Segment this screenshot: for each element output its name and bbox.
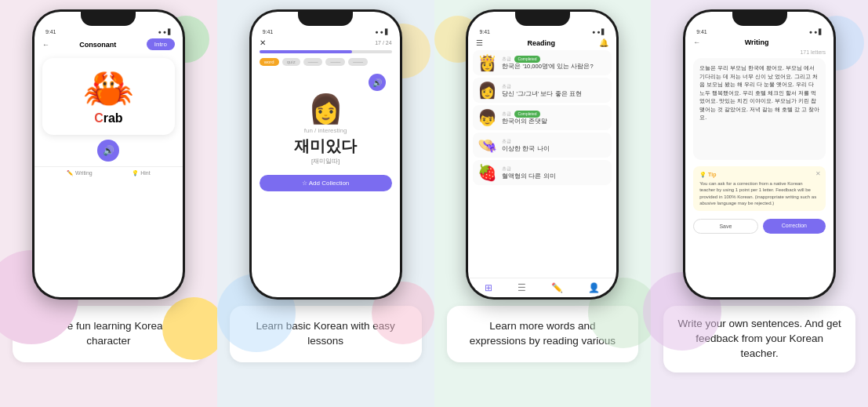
- tip-close-button[interactable]: ✕: [815, 169, 821, 178]
- correction-button[interactable]: Correction: [763, 219, 826, 234]
- item-2-text: 당신 '그/그녀' 보다 좋은 표현: [502, 90, 608, 98]
- list-item[interactable]: 👩 초급 당신 '그/그녀' 보다 좋은 표현: [473, 78, 612, 103]
- phone-2-close-button[interactable]: ✕: [260, 38, 266, 47]
- phone-2-status-bar: 9:41 ● ● ▋: [252, 26, 400, 37]
- phone-3: 9:41 ● ● ▋ ☰ Reading 🔔 👸 초급Completed 한국은…: [466, 9, 619, 300]
- item-2-avatar: 👩: [476, 81, 498, 100]
- item-3-text: 한국어의 존댓말: [502, 118, 608, 125]
- crab-c-letter: C: [94, 111, 104, 125]
- phone-2-character-area: 🔊 👩 fun / interesting 재미있다 [재미일따]: [252, 71, 400, 169]
- phone-1-notch: [81, 12, 136, 26]
- phone-3-status-bar: 9:41 ● ● ▋: [468, 26, 616, 37]
- phone-4-title: Writing: [745, 38, 769, 46]
- item-5-content: 초급 혈액형의 다른 의미: [502, 165, 608, 180]
- phone-2-pronunciation: [재미일따]: [311, 157, 340, 165]
- phone-4-tip-box: 💡 Tip ✕ You can ask for a correction fro…: [693, 166, 826, 211]
- phone-3-title: Reading: [528, 39, 556, 47]
- writing-tab[interactable]: ✏️ Writing: [67, 170, 93, 176]
- item-1-avatar: 👸: [476, 53, 498, 72]
- phone-2-progress-fill: [260, 50, 352, 53]
- phone-2-avatar: 👩: [308, 93, 343, 125]
- phone-2-audio-button[interactable]: 🔊: [369, 74, 386, 91]
- item-4-meta: 초급: [502, 138, 608, 145]
- item-1-meta: 초급Completed: [502, 56, 608, 63]
- phone-1-intro-button[interactable]: Intro: [147, 38, 175, 50]
- tab-quiz[interactable]: quiz: [282, 58, 300, 66]
- item-3-avatar: 👦: [476, 108, 498, 127]
- phone-4: 9:41 ● ● ▋ ← Writing 171 letters 오늘은 우리 …: [683, 9, 836, 300]
- nav-person-icon[interactable]: 👤: [588, 282, 600, 293]
- item-1-badge: Completed: [514, 56, 539, 63]
- tab-4[interactable]: ───: [325, 58, 345, 66]
- tab-5[interactable]: ───: [348, 58, 368, 66]
- phone-2-notch: [298, 12, 353, 26]
- nav-pencil-icon[interactable]: ✏️: [551, 282, 563, 293]
- phone-1-back-button[interactable]: ←: [42, 41, 49, 49]
- tab-word[interactable]: word: [260, 58, 279, 66]
- nav-home-icon[interactable]: ⊞: [485, 282, 492, 293]
- list-item[interactable]: 🍓 초급 혈액형의 다른 의미: [473, 160, 612, 185]
- phone-4-status-bar: 9:41 ● ● ▋: [685, 26, 833, 37]
- phone-2-counter: 17 / 24: [375, 40, 391, 45]
- phone-2-header: ✕ 17 / 24: [252, 37, 400, 50]
- item-2-content: 초급 당신 '그/그녀' 보다 좋은 표현: [502, 83, 608, 98]
- item-3-content: 초급Completed 한국어의 존댓말: [502, 111, 608, 125]
- phone-1-header: ← Consonant Intro: [35, 37, 183, 53]
- item-2-meta: 초급: [502, 83, 608, 90]
- phone-1-bottom-nav: ✏️ Writing 💡 Hint: [35, 166, 183, 180]
- list-item[interactable]: 👸 초급Completed 한국은 '10,000명'에 있는 사람은?: [473, 50, 612, 75]
- phone-2-tabs: word quiz ─── ─── ───: [252, 58, 400, 66]
- phone-4-header: ← Writing: [685, 37, 833, 49]
- item-4-content: 초급 이상한 한국 나이: [502, 138, 608, 153]
- phone-3-notch: [515, 12, 570, 26]
- phone-3-menu-icon[interactable]: ☰: [476, 38, 483, 47]
- phone-1-status-bar: 9:41 ● ● ▋: [35, 26, 183, 37]
- list-item[interactable]: 👦 초급Completed 한국어의 존댓말: [473, 105, 612, 130]
- section-3: 9:41 ● ● ▋ ☰ Reading 🔔 👸 초급Completed 한국은…: [434, 0, 652, 407]
- phone-1: 9:41 ● ● ▋ ← Consonant Intro 🦀 Crab 🔊: [32, 9, 185, 300]
- list-item[interactable]: 👒 초급 이상한 한국 나이: [473, 133, 612, 158]
- phone-2-progress-bar: [260, 50, 392, 53]
- tip-text: You can ask for a correction from a nati…: [699, 180, 819, 207]
- nav-list-icon[interactable]: ☰: [518, 282, 526, 293]
- item-3-badge: Completed: [514, 111, 539, 118]
- item-5-meta: 초급: [502, 165, 608, 173]
- phone-4-notch: [732, 12, 787, 26]
- phone-3-list: 👸 초급Completed 한국은 '10,000명'에 있는 사람은? 👩 초…: [468, 50, 616, 278]
- item-1-content: 초급Completed 한국은 '10,000명'에 있는 사람은?: [502, 56, 608, 71]
- tab-3[interactable]: ───: [303, 58, 323, 66]
- item-5-text: 혈액형의 다른 의미: [502, 173, 608, 180]
- phone-4-text-area[interactable]: 오늘은 우리 부모님 한국에 왔어요. 부모님 에서 기다리는 데 저는 너무 …: [693, 58, 826, 160]
- phone-3-bell-icon[interactable]: 🔔: [599, 38, 608, 47]
- main-area: 9:41 ● ● ▋ ← Consonant Intro 🦀 Crab 🔊: [0, 0, 868, 407]
- item-1-text: 한국은 '10,000명'에 있는 사람은?: [502, 63, 608, 71]
- phone-1-card: 🦀 Crab: [42, 58, 175, 135]
- item-3-meta: 초급Completed: [502, 111, 608, 118]
- phone-2-korean-word: 재미있다: [294, 136, 357, 157]
- crab-rest: rab: [104, 111, 123, 125]
- item-4-avatar: 👒: [476, 136, 498, 154]
- tip-title: 💡 Tip: [699, 171, 819, 179]
- phone-2: 9:41 ● ● ▋ ✕ 17 / 24 word quiz ─── ─── ─…: [249, 9, 402, 300]
- item-4-text: 이상한 한국 나이: [502, 145, 608, 153]
- phone-4-back-button[interactable]: ←: [693, 38, 700, 46]
- section-4: 9:41 ● ● ▋ ← Writing 171 letters 오늘은 우리 …: [651, 0, 868, 407]
- audio-icon: 🔊: [103, 145, 114, 156]
- hint-tab[interactable]: 💡 Hint: [132, 170, 150, 176]
- phone-2-romanization: fun / interesting: [304, 127, 347, 134]
- phone-4-buttons: Save Correction: [685, 214, 833, 238]
- phone-1-audio-button[interactable]: 🔊: [97, 140, 119, 162]
- save-button[interactable]: Save: [693, 219, 758, 234]
- phone-2-add-collection-button[interactable]: ☆ Add Collection: [260, 175, 392, 191]
- phone-3-header: ☰ Reading 🔔: [468, 37, 616, 50]
- phone-3-bottom-nav: ⊞ ☰ ✏️ 👤: [468, 278, 616, 297]
- item-5-avatar: 🍓: [476, 163, 498, 182]
- crab-emoji: 🦀: [83, 67, 134, 108]
- crab-label: Crab: [94, 111, 122, 125]
- phone-4-letter-count: 171 letters: [685, 49, 833, 55]
- audio2-icon: 🔊: [372, 78, 382, 87]
- section-2: 9:41 ● ● ▋ ✕ 17 / 24 word quiz ─── ─── ─…: [217, 0, 434, 407]
- phone-1-title: Consonant: [49, 41, 147, 49]
- section-1: 9:41 ● ● ▋ ← Consonant Intro 🦀 Crab 🔊: [0, 0, 217, 407]
